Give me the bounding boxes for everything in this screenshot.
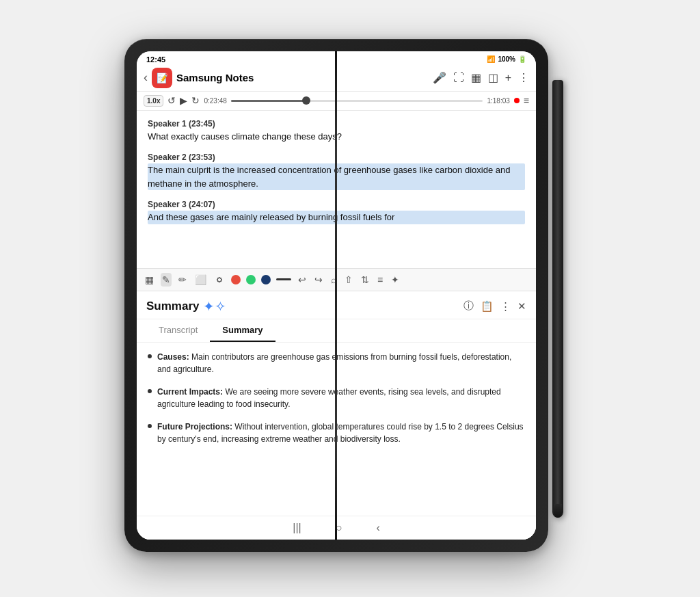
summary-header-icons: ⓘ 📋 ⋮ ✕ (463, 300, 526, 313)
device: 12:45 📶 100% 🔋 ‹ 📝 Samsung Notes � (124, 39, 576, 559)
summary-title: Summary (146, 300, 199, 313)
scene: 12:45 📶 100% 🔋 ‹ 📝 Samsung Notes � (56, 18, 644, 579)
app-icon-letter: 📝 (157, 72, 168, 83)
info-icon[interactable]: ⓘ (463, 300, 474, 313)
share-icon[interactable]: 📋 (481, 300, 494, 313)
undo-icon[interactable]: ↩ (297, 273, 308, 287)
system-back-button[interactable]: ‹ (376, 522, 379, 534)
summary-more-icon[interactable]: ⋮ (500, 300, 511, 313)
highlighter-tool-icon[interactable]: ✏ (177, 273, 188, 287)
progress-fill (231, 100, 307, 102)
magic-tool-icon[interactable]: ✦ (390, 273, 401, 287)
transcript-list-icon[interactable]: ≡ (524, 95, 529, 106)
shape-tool-icon[interactable]: ⭘ (213, 273, 226, 287)
progress-thumb (302, 96, 310, 105)
pen-tool-icon[interactable]: ✎ (161, 273, 172, 287)
selection-tool-icon[interactable]: ▦ (144, 273, 155, 287)
speed-button[interactable]: 1.0x (144, 95, 163, 107)
fold-line (335, 51, 337, 540)
progress-track[interactable] (231, 100, 483, 102)
more-icon[interactable]: ⋮ (518, 71, 529, 84)
color-red[interactable] (231, 275, 241, 284)
device-shell: 12:45 📶 100% 🔋 ‹ 📝 Samsung Notes � (124, 39, 548, 552)
recent-apps-button[interactable]: ||| (293, 522, 301, 534)
s-pen (552, 80, 563, 518)
layout-icon[interactable]: ▦ (471, 71, 481, 84)
bullet-text-1: Causes: Main contributors are greenhouse… (157, 351, 525, 376)
wifi-icon: 📶 (487, 55, 495, 63)
tab-transcript[interactable]: Transcript (146, 319, 210, 342)
summary-title-area: Summary ✦✧ (146, 298, 226, 315)
battery-text: 100% (498, 55, 515, 63)
bullet-dot-2 (148, 389, 152, 393)
move-icon[interactable]: ⇧ (343, 273, 354, 287)
app-icon: 📝 (152, 68, 172, 88)
voice-icon[interactable]: 🎤 (433, 71, 446, 84)
sparkle-icon: ✦✧ (203, 298, 226, 315)
bullet-dot-3 (148, 424, 152, 428)
battery-icon: 🔋 (518, 55, 526, 63)
eraser-tool-icon[interactable]: ⬜ (193, 273, 208, 287)
play-icon[interactable]: ▶ (180, 95, 187, 106)
expand-icon[interactable]: ⛶ (453, 72, 464, 84)
current-time: 0:23:48 (204, 97, 226, 105)
bullet-dot-1 (148, 354, 152, 358)
bullet-label-2: Current Impacts: (157, 387, 223, 397)
forward-icon[interactable]: ↻ (191, 95, 200, 106)
close-icon[interactable]: ✕ (517, 300, 526, 313)
transform-icon[interactable]: ⇅ (360, 273, 371, 287)
back-button[interactable]: ‹ (144, 70, 148, 85)
nav-icons: 🎤 ⛶ ▦ ◫ + ⋮ (433, 71, 529, 84)
record-indicator (514, 98, 520, 103)
add-icon[interactable]: + (505, 72, 511, 84)
rewind-icon[interactable]: ↺ (167, 95, 176, 106)
line-style-button[interactable] (276, 278, 291, 280)
status-bar-right: 📶 100% 🔋 (487, 55, 526, 63)
tab-summary[interactable]: Summary (210, 319, 275, 342)
bullet-text-3: Future Projections: Without intervention… (157, 421, 525, 446)
end-time: 1:18:03 (487, 97, 509, 105)
status-time: 12:45 (146, 55, 165, 64)
app-title: Samsung Notes (176, 72, 429, 83)
bullet-label-1: Causes: (157, 352, 189, 362)
columns-icon[interactable]: ◫ (488, 71, 498, 84)
color-darkblue[interactable] (261, 275, 271, 284)
redo-icon[interactable]: ↪ (313, 273, 324, 287)
bullet-text-2: Current Impacts: We are seeing more seve… (157, 386, 525, 411)
bullet-label-3: Future Projections: (157, 422, 232, 432)
text-align-icon[interactable]: ≡ (376, 273, 384, 287)
color-green[interactable] (246, 275, 256, 284)
